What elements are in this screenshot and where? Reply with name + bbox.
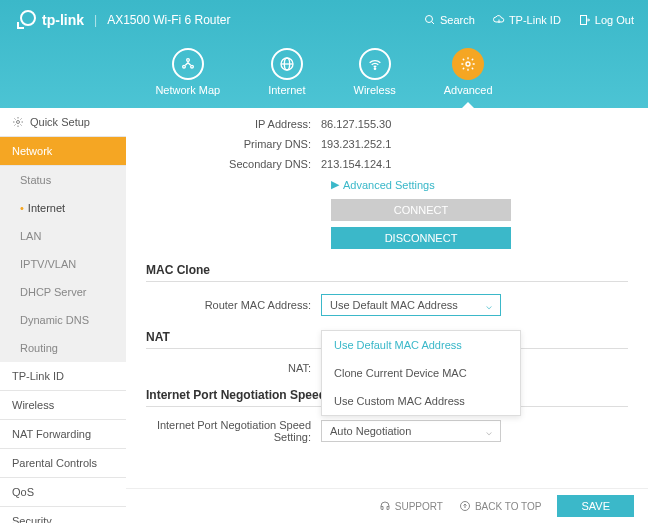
advanced-settings-link[interactable]: ▶ Advanced Settings [331,178,628,191]
ip-value: 86.127.155.30 [321,118,391,130]
nav-label: Network Map [155,84,220,96]
dns1-label: Primary DNS: [146,138,321,150]
sidebar-dhcp[interactable]: DHCP Server [0,278,126,306]
logout-label: Log Out [595,14,634,26]
tplink-logo-icon [14,8,38,32]
sidebar-status[interactable]: Status [0,166,126,194]
footer: SUPPORT BACK TO TOP SAVE [126,488,648,523]
content: IP Address:86.127.155.30 Primary DNS:193… [126,108,648,523]
sidebar-wireless[interactable]: Wireless [0,391,126,420]
nav-internet[interactable]: Internet [268,48,305,96]
nav-network-map[interactable]: Network Map [155,48,220,96]
tplink-id-label: TP-Link ID [509,14,561,26]
logout-icon [579,14,591,26]
nav-label: Advanced [444,84,493,96]
sidebar-security[interactable]: Security [0,507,126,523]
divider: | [94,13,97,27]
arrow-up-icon [459,500,471,512]
sidebar-lan[interactable]: LAN [0,222,126,250]
adv-label: Advanced Settings [343,179,435,191]
mac-option-default[interactable]: Use Default MAC Address [322,331,520,359]
svg-point-5 [182,65,185,68]
play-icon: ▶ [331,178,339,191]
nav-label: Wireless [354,84,396,96]
headset-icon [379,500,391,512]
nat-label: NAT: [146,362,321,374]
chevron-down-icon: ⌵ [486,426,492,437]
nav-advanced[interactable]: Advanced [444,48,493,96]
tplink-id-link[interactable]: TP-Link ID [493,14,561,26]
mac-dropdown: Use Default MAC Address Clone Current De… [321,330,521,416]
product-name: AX1500 Wi-Fi 6 Router [107,13,230,27]
cloud-download-icon [493,14,505,26]
search-label: Search [440,14,475,26]
disconnect-button[interactable]: DISCONNECT [331,227,511,249]
back-label: BACK TO TOP [475,501,542,512]
mac-label: Router MAC Address: [146,299,321,311]
support-label: SUPPORT [395,501,443,512]
sidebar-routing[interactable]: Routing [0,334,126,362]
sidebar-network[interactable]: Network [0,137,126,166]
nav-label: Internet [268,84,305,96]
sidebar-internet[interactable]: •Internet [0,194,126,222]
sidebar-iptv[interactable]: IPTV/VLAN [0,250,126,278]
logo: tp-link [14,8,84,32]
svg-rect-3 [580,16,586,25]
search-icon [424,14,436,26]
sidebar-parental[interactable]: Parental Controls [0,449,126,478]
support-link[interactable]: SUPPORT [379,500,443,512]
svg-point-11 [466,62,470,66]
port-select-value: Auto Negotiation [330,425,411,437]
sidebar-nat-forwarding[interactable]: NAT Forwarding [0,420,126,449]
svg-point-1 [426,16,433,23]
sidebar-qos[interactable]: QoS [0,478,126,507]
svg-point-10 [374,68,375,69]
gear-icon [12,116,24,128]
port-speed-select[interactable]: Auto Negotiation ⌵ [321,420,501,442]
svg-line-2 [432,22,435,25]
sidebar-ddns[interactable]: Dynamic DNS [0,306,126,334]
svg-point-6 [190,65,193,68]
globe-icon [279,56,295,72]
chevron-down-icon: ⌵ [486,300,492,311]
back-to-top-link[interactable]: BACK TO TOP [459,500,542,512]
logout-link[interactable]: Log Out [579,14,634,26]
save-button[interactable]: SAVE [557,495,634,517]
svg-point-12 [17,121,20,124]
sidebar-label: Quick Setup [30,116,90,128]
nav-wireless[interactable]: Wireless [354,48,396,96]
ip-label: IP Address: [146,118,321,130]
connect-button[interactable]: CONNECT [331,199,511,221]
wifi-icon [367,56,383,72]
sidebar-quick-setup[interactable]: Quick Setup [0,108,126,137]
dns1-value: 193.231.252.1 [321,138,391,150]
mac-select-value: Use Default MAC Address [330,299,458,311]
dns2-label: Secondary DNS: [146,158,321,170]
port-label: Internet Port Negotiation Speed Setting: [146,419,321,443]
gear-icon [460,56,476,72]
dns2-value: 213.154.124.1 [321,158,391,170]
sidebar: Quick Setup Network Status •Internet LAN… [0,108,126,523]
sidebar-tplink-id[interactable]: TP-Link ID [0,362,126,391]
mac-address-select[interactable]: Use Default MAC Address ⌵ [321,294,501,316]
search-link[interactable]: Search [424,14,475,26]
svg-point-0 [21,11,35,25]
brand-text: tp-link [42,12,84,28]
mac-option-clone[interactable]: Clone Current Device MAC [322,359,520,387]
network-map-icon [180,56,196,72]
mac-clone-title: MAC Clone [146,263,628,277]
mac-option-custom[interactable]: Use Custom MAC Address [322,387,520,415]
svg-point-4 [186,59,189,62]
